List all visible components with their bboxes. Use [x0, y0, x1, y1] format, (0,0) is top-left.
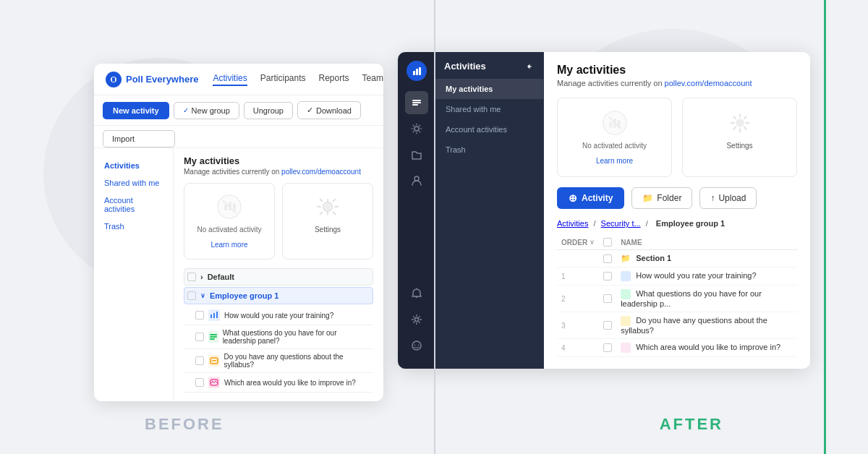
before-label: BEFORE: [145, 415, 224, 434]
table-row-3[interactable]: 3 Do you have any questions about the sy…: [557, 312, 797, 339]
row1-check[interactable]: [599, 267, 616, 286]
table-row-2[interactable]: 2 What questions do you have for our lea…: [557, 286, 797, 312]
upload-button[interactable]: ↑ Upload: [699, 187, 757, 209]
svg-point-29: [418, 345, 420, 346]
new-group-button[interactable]: ✓ New group: [174, 102, 239, 119]
sidebar-item-trash[interactable]: Trash: [94, 218, 173, 235]
folder-icon: 📁: [621, 254, 631, 262]
before-subtitle-link[interactable]: pollev.com/demoaccount: [281, 168, 361, 176]
row2-ico: [621, 289, 631, 299]
breadcrumb: Activities / Security t... / Employee gr…: [557, 219, 797, 228]
before-sidebar: Activities Shared with me Account activi…: [94, 148, 174, 401]
row4-type-icon: [208, 377, 220, 388]
col-name[interactable]: Name: [616, 235, 797, 250]
row4-check[interactable]: [599, 339, 616, 357]
sidebar-icon-settings[interactable]: [405, 117, 428, 140]
svg-rect-19: [416, 69, 418, 75]
activity-row-4[interactable]: Which area would you like to improve in?: [184, 373, 373, 393]
logo-text: Poll Everywhere: [126, 74, 198, 85]
after-empty-cards: No activated activity Learn more Setting…: [557, 98, 797, 177]
svg-point-26: [415, 318, 419, 322]
activity-row-2[interactable]: What questions do you have for our leade…: [184, 325, 373, 349]
header-checkbox[interactable]: [603, 238, 612, 247]
row3-order: 3: [557, 312, 599, 339]
svg-rect-18: [413, 71, 415, 75]
sort-icon: ∨: [590, 239, 595, 246]
svg-rect-6: [233, 203, 236, 210]
activity-row-1[interactable]: How would you rate your training?: [184, 306, 373, 325]
breadcrumb-mid[interactable]: Security t...: [601, 219, 641, 228]
group-section-header[interactable]: ∨ Employee group 1: [184, 287, 373, 304]
table-row-folder[interactable]: 📁 Section 1: [557, 250, 797, 267]
after-content: My activities Manage activities currentl…: [544, 52, 810, 369]
sidebar-item-activities[interactable]: Activities: [94, 157, 173, 174]
sidebar-icon-person[interactable]: [405, 169, 428, 192]
nav-item-teams[interactable]: Teams: [362, 73, 383, 86]
sidebar-icon-emoji[interactable]: [405, 334, 428, 357]
new-activity-button[interactable]: New activity: [103, 102, 169, 119]
green-accent-line: [824, 0, 826, 454]
row1-name: How would you rate your training?: [616, 267, 797, 286]
before-learn-more[interactable]: Learn more: [210, 241, 247, 249]
svg-point-28: [414, 345, 416, 346]
sidebar-item-account[interactable]: Account activities: [94, 192, 173, 218]
after-learn-more[interactable]: Learn more: [596, 157, 633, 165]
after-content-title: My activities: [557, 64, 797, 77]
row2-check[interactable]: [599, 286, 616, 312]
sidebar-icon-gear[interactable]: [405, 308, 428, 331]
svg-rect-15: [212, 360, 216, 361]
breadcrumb-root[interactable]: Activities: [557, 219, 588, 228]
group-checkbox[interactable]: [187, 291, 196, 300]
after-subtitle-link[interactable]: pollev.com/demoaccount: [665, 79, 752, 87]
ungroup-button[interactable]: Ungroup: [244, 102, 293, 119]
folder-button[interactable]: 📁 Folder: [631, 187, 692, 209]
default-section: › Default: [184, 268, 373, 286]
row3-checkbox[interactable]: [195, 356, 204, 365]
default-section-header[interactable]: › Default: [184, 268, 373, 286]
after-nav-shared[interactable]: Shared with me: [435, 99, 543, 119]
svg-rect-12: [210, 336, 217, 338]
nav-item-activities[interactable]: Activities: [213, 73, 247, 86]
svg-point-35: [736, 119, 744, 127]
default-checkbox[interactable]: [187, 273, 196, 281]
row2-checkbox[interactable]: [195, 333, 204, 341]
row1-ico: [621, 271, 631, 281]
default-label: Default: [208, 273, 234, 281]
table-row-1[interactable]: 1 How would you rate your training?: [557, 267, 797, 286]
sidebar-icon-folder[interactable]: [405, 143, 428, 166]
col-order[interactable]: Order ∨: [557, 235, 599, 250]
after-activities-table: Order ∨ Name: [557, 235, 797, 357]
row4-checkbox[interactable]: [195, 378, 204, 387]
after-nav-account[interactable]: Account activities: [435, 119, 543, 140]
nav-item-reports[interactable]: Reports: [319, 73, 349, 86]
after-nav-trash[interactable]: Trash: [435, 140, 543, 160]
row4-order: 4: [557, 339, 599, 357]
after-disabled-icon: [602, 110, 628, 136]
row3-check[interactable]: [599, 312, 616, 339]
table-row-4[interactable]: 4 Which area would you like to improve i…: [557, 339, 797, 357]
sidebar-item-shared[interactable]: Shared with me: [94, 174, 173, 192]
sidebar-icon-bell[interactable]: [405, 282, 428, 305]
svg-rect-9: [213, 313, 215, 318]
row4-name: Which area would you like to improve in?: [616, 339, 797, 357]
activity-button[interactable]: ⊕ Activity: [557, 187, 624, 209]
svg-rect-13: [210, 338, 215, 340]
after-nav-my-activities[interactable]: My activities: [435, 79, 543, 99]
download-button[interactable]: ✓ Download: [297, 101, 361, 119]
check-icon-dl: ✓: [307, 106, 313, 115]
breadcrumb-sep1: /: [593, 219, 597, 228]
nav-item-participants[interactable]: Participants: [260, 73, 306, 86]
before-content: My activities Manage activities currentl…: [174, 148, 383, 401]
sidebar-icon-activities[interactable]: [405, 91, 428, 114]
nav-collapse-icon[interactable]: [524, 61, 535, 72]
row1-label: How would you rate your training?: [224, 312, 333, 320]
plus-icon: ⊕: [569, 192, 577, 204]
svg-point-7: [325, 204, 331, 210]
import-button[interactable]: Import: [103, 130, 175, 147]
folder-icon-btn: 📁: [642, 193, 653, 203]
before-toolbar: New activity ✓ New group Ungroup ✓ Downl…: [94, 95, 383, 126]
row-folder-check[interactable]: [599, 250, 616, 267]
row1-checkbox[interactable]: [195, 311, 204, 320]
row4-label: Which area would you like to improve in?: [224, 379, 356, 387]
activity-row-3[interactable]: Do you have any questions about the syll…: [184, 349, 373, 373]
